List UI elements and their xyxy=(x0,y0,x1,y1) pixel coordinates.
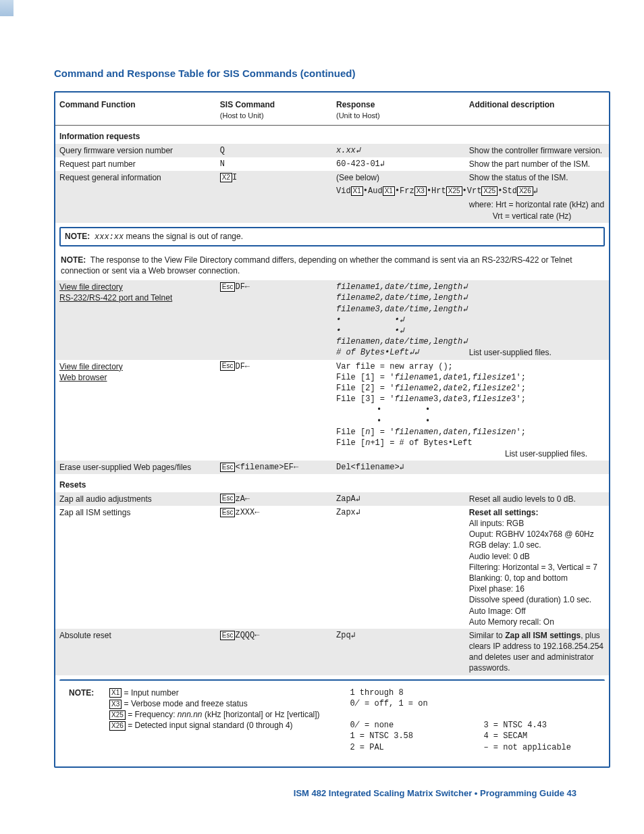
row-rgi-r: (See below) xyxy=(332,171,465,184)
row-zai-r: Zapx↲ xyxy=(332,506,465,629)
section-info: Information requests xyxy=(55,126,216,143)
note-range: NOTE: xxx:xx xxx:xx means the signal is … xyxy=(59,227,605,246)
row-vfd1-f: View file directoryRS-232/RS-422 port an… xyxy=(55,280,216,359)
row-vfd2-r: Var file = new array (); File [1] = 'fil… xyxy=(332,360,609,461)
row-zai-f: Zap all ISM settings xyxy=(55,506,216,629)
row-erase-c: Esc<filename>EF← xyxy=(216,461,332,474)
page-content: Command and Response Table for SIS Comma… xyxy=(0,0,644,825)
row-rgi-where: where: Hrt = horizontal rate (kHz) andVr… xyxy=(465,198,609,222)
row-abs-d: Similar to Zap all ISM settings, plus cl… xyxy=(465,629,609,675)
row-abs-c: EscZQQQ← xyxy=(216,629,332,675)
note-legend: NOTE: X1 = Input number X3 = Verbose mod… xyxy=(59,679,605,762)
section-resets: Resets xyxy=(55,474,216,492)
row-zaa-c: EsczA← xyxy=(216,492,332,506)
row-zaa-f: Zap all audio adjustments xyxy=(55,492,216,506)
row-zai-c: EsczXXX← xyxy=(216,506,332,629)
row-qfw-d: Show the controller firmware version. xyxy=(465,144,609,157)
row-rgi-c: X2I xyxy=(216,171,332,184)
table-header: Command Function SIS Command(Host to Uni… xyxy=(55,93,609,126)
note-vfd: NOTE: The response to the View File Dire… xyxy=(55,251,609,280)
section-title: Command and Response Table for SIS Comma… xyxy=(54,68,610,79)
row-abs-r: Zpq↲ xyxy=(332,629,465,675)
row-vfd2-f: View file directoryWeb browser xyxy=(55,360,216,461)
page-footer: ISM 482 Integrated Scaling Matrix Switch… xyxy=(34,788,576,798)
row-rgi-f: Request general information xyxy=(55,171,216,184)
row-zaa-r: ZapA↲ xyxy=(332,492,465,506)
command-table-frame: Command Function SIS Command(Host to Uni… xyxy=(54,91,610,768)
row-rpn-f: Request part number xyxy=(55,157,216,171)
row-vfd1-d: List user-supplied files. xyxy=(465,280,609,359)
row-vfd1-r: filename1,date/time,length↲ filename2,da… xyxy=(332,280,465,359)
header-decoration xyxy=(0,0,14,16)
col-function: Command Function xyxy=(55,93,216,126)
row-abs-f: Absolute reset xyxy=(55,629,216,675)
row-rpn-r: 60-423-01↲ xyxy=(332,157,465,171)
col-desc: Additional description xyxy=(465,93,609,126)
row-zai-d: Reset all settings: All inputs: RGB Oupu… xyxy=(465,506,609,629)
row-qfw-c: Q xyxy=(216,144,332,157)
command-table: Command Function SIS Command(Host to Uni… xyxy=(55,93,609,766)
row-zaa-d: Reset all audio levels to 0 dB. xyxy=(465,492,609,506)
row-vfd2-c: EscDF← xyxy=(216,360,332,461)
row-rgi-d: Show the status of the ISM. xyxy=(465,171,609,184)
row-qfw-f: Query firmware version number xyxy=(55,144,216,157)
row-qfw-r: x.xx↲ xyxy=(332,144,465,157)
row-vfd1-c: EscDF← xyxy=(216,280,332,359)
row-erase-r: Del<filename>↲ xyxy=(332,461,465,474)
col-response: Response(Unit to Host) xyxy=(332,93,465,126)
row-erase-f: Erase user-supplied Web pages/files xyxy=(55,461,216,474)
col-sis: SIS Command(Host to Unit) xyxy=(216,93,332,126)
row-rpn-c: N xyxy=(216,157,332,171)
row-rgi-status: VidX1•AudX1•FrzX3•HrtX25•VrtX25•StdX26↲ xyxy=(332,184,609,198)
row-rpn-d: Show the part number of the ISM. xyxy=(465,157,609,171)
